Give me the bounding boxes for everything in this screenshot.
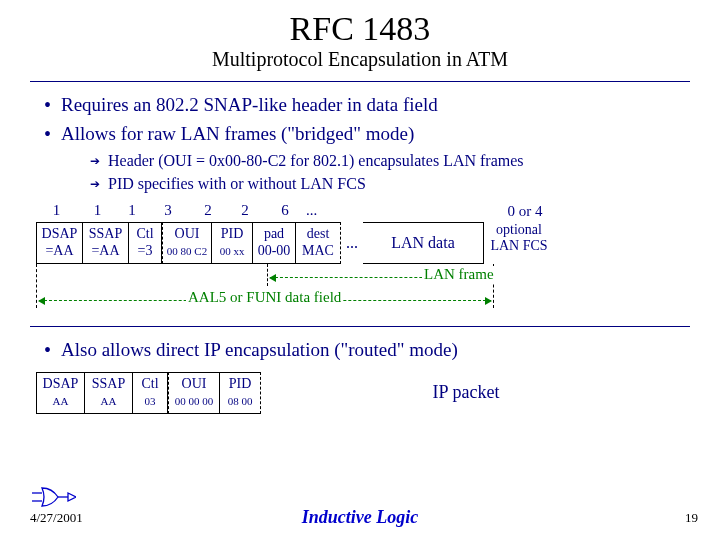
c6t: dest xyxy=(307,226,330,241)
logic-gate-icon xyxy=(32,486,76,508)
c1t: SSAP xyxy=(89,226,122,241)
w4: 2 xyxy=(190,202,226,219)
slide-subtitle: Multiprotocol Encapsulation in ATM xyxy=(30,48,690,71)
bullet-1: Requires an 802.2 SNAP-like header in da… xyxy=(61,92,438,119)
c3b: 00 80 C2 xyxy=(167,245,207,257)
w1: 1 xyxy=(77,202,118,219)
fcs-cell: optional LAN FCS xyxy=(488,222,550,264)
c2b: =3 xyxy=(138,243,153,258)
d1t: SSAP xyxy=(92,376,125,391)
d3t: OUI xyxy=(182,376,207,391)
c0b: =AA xyxy=(45,243,73,258)
c1b: =AA xyxy=(91,243,119,258)
c4b: 00 xx xyxy=(220,245,245,257)
d3b: 00 00 00 xyxy=(175,395,214,407)
c4t: PID xyxy=(221,226,244,241)
d0t: DSAP xyxy=(43,376,79,391)
fcs-top: 0 or 4 xyxy=(494,203,556,220)
w7: ... xyxy=(306,202,336,219)
bridged-diagram: 1 1 1 3 2 2 6 ... DSAP=AA SSAP=AA Ctl=3 … xyxy=(36,202,676,312)
d1b: AA xyxy=(101,395,117,407)
c0t: DSAP xyxy=(42,226,78,241)
subbullet-2: PID specifies with or without LAN FCS xyxy=(108,173,366,195)
w0: 1 xyxy=(36,202,77,219)
w5: 2 xyxy=(226,202,264,219)
c3t: OUI xyxy=(175,226,200,241)
ellipsis: ... xyxy=(341,234,363,252)
w6: 6 xyxy=(264,202,306,219)
w3: 3 xyxy=(146,202,190,219)
w2: 1 xyxy=(118,202,146,219)
lan-data: LAN data xyxy=(391,234,455,252)
c5b: 00-00 xyxy=(258,243,291,258)
routed-diagram: DSAPAA SSAPAA Ctl03 OUI00 00 00 PID08 00… xyxy=(36,372,676,432)
d4b: 08 00 xyxy=(228,395,253,407)
divider xyxy=(30,81,690,82)
footer-page-number: 19 xyxy=(685,510,698,526)
slide-title: RFC 1483 xyxy=(30,10,690,48)
footer-brand: Inductive Logic xyxy=(0,507,720,528)
d4t: PID xyxy=(229,376,252,391)
d2t: Ctl xyxy=(141,376,158,391)
c6b: MAC xyxy=(302,243,334,258)
d2b: 03 xyxy=(145,395,156,407)
lan-frame-label: LAN frame xyxy=(422,266,496,283)
c5t: pad xyxy=(264,226,284,241)
divider-2 xyxy=(30,326,690,327)
c2t: Ctl xyxy=(136,226,153,241)
bullet-3: Also allows direct IP encapsulation ("ro… xyxy=(61,337,458,364)
bullet-2: Allows for raw LAN frames ("bridged" mod… xyxy=(61,121,414,148)
ip-packet-label: IP packet xyxy=(336,382,596,403)
subbullet-1: Header (OUI = 0x00-80-C2 for 802.1) enca… xyxy=(108,150,524,172)
d0b: AA xyxy=(53,395,69,407)
aal5-label: AAL5 or FUNI data field xyxy=(186,289,343,306)
svg-marker-3 xyxy=(68,493,76,501)
